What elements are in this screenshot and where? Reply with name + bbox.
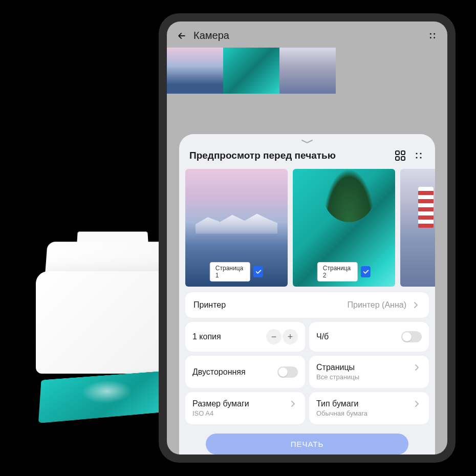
paper-type-label: Тип бумаги (316, 399, 358, 408)
preview-page-3[interactable] (400, 169, 435, 287)
preview-page-1[interactable]: Страница 1 (185, 169, 288, 287)
copies-stepper: − + (266, 329, 298, 344)
more-dots-icon[interactable] (427, 30, 438, 41)
printer-label: Принтер (193, 300, 226, 310)
chevron-right-icon (413, 399, 422, 408)
copies-label: 1 копия (192, 332, 221, 341)
svg-rect-7 (401, 157, 405, 160)
print-button[interactable]: ПЕЧАТЬ (206, 434, 408, 455)
chevron-right-icon (412, 300, 421, 310)
printer-select-row[interactable]: Принтер Принтер (Анна) (185, 292, 429, 318)
back-arrow-icon[interactable] (176, 30, 187, 41)
copies-decrement-button[interactable]: − (266, 329, 282, 344)
duplex-cell: Двусторонняя (185, 356, 305, 388)
panel-more-icon[interactable] (413, 149, 425, 162)
tablet-screen: Камера Предпросмотр перед печатью (167, 21, 447, 455)
page-checkbox-icon[interactable] (253, 266, 263, 277)
paper-size-label: Размер бумаги (192, 399, 249, 408)
copies-cell: 1 копия − + (185, 322, 305, 352)
preview-image-list: Страница 1 Страница 2 (179, 169, 435, 292)
svg-point-8 (416, 153, 417, 154)
page-label: Страница 2 (317, 262, 358, 282)
svg-rect-6 (396, 157, 399, 160)
printer-value: Принтер (Анна) (348, 300, 406, 310)
bw-toggle[interactable] (401, 331, 422, 342)
panel-drag-handle-icon[interactable] (179, 134, 435, 146)
pages-cell[interactable]: Страницы Все страницы (309, 356, 429, 388)
bw-label: Ч/б (316, 332, 329, 341)
svg-point-1 (434, 33, 435, 34)
page-label: Страница 1 (210, 262, 250, 282)
paper-size-cell[interactable]: Размер бумаги ISO A4 (185, 392, 305, 424)
topbar: Камера (167, 21, 447, 48)
chevron-right-icon (289, 399, 298, 408)
svg-point-2 (430, 37, 431, 38)
svg-point-0 (430, 33, 431, 34)
pages-label: Страницы (316, 363, 355, 372)
bw-cell: Ч/б (309, 322, 429, 352)
svg-rect-4 (396, 151, 399, 155)
thumbnail-2[interactable] (223, 48, 279, 94)
page-title: Камера (193, 30, 421, 41)
paper-size-value: ISO A4 (192, 409, 213, 417)
svg-point-11 (420, 157, 421, 158)
preview-page-2[interactable]: Страница 2 (293, 169, 395, 287)
svg-rect-5 (401, 151, 405, 155)
page-checkbox-icon[interactable] (361, 266, 371, 277)
paper-type-value: Обычная бумага (316, 409, 367, 417)
panel-title: Предпросмотр перед печатью (189, 150, 388, 161)
duplex-label: Двусторонняя (192, 367, 246, 377)
page-badge: Страница 1 (210, 262, 263, 282)
thumbnail-strip (167, 48, 447, 94)
svg-point-10 (416, 157, 417, 158)
duplex-toggle[interactable] (277, 366, 298, 378)
pages-value: Все страницы (316, 373, 359, 381)
svg-point-9 (420, 153, 421, 154)
print-preview-panel: Предпросмотр перед печатью Страница 1 (179, 134, 435, 455)
svg-point-3 (434, 37, 435, 38)
tablet-device: Камера Предпросмотр перед печатью (159, 13, 456, 463)
paper-type-cell[interactable]: Тип бумаги Обычная бумага (309, 392, 429, 424)
thumbnail-3[interactable] (279, 48, 336, 94)
panel-header: Предпросмотр перед печатью (179, 146, 435, 169)
thumbnail-1[interactable] (167, 48, 223, 94)
page-badge: Страница 2 (317, 262, 371, 282)
grid-view-icon[interactable] (394, 149, 406, 162)
chevron-right-icon (413, 363, 422, 372)
copies-increment-button[interactable]: + (283, 329, 298, 344)
print-settings: Принтер Принтер (Анна) 1 копия − + (179, 292, 435, 455)
